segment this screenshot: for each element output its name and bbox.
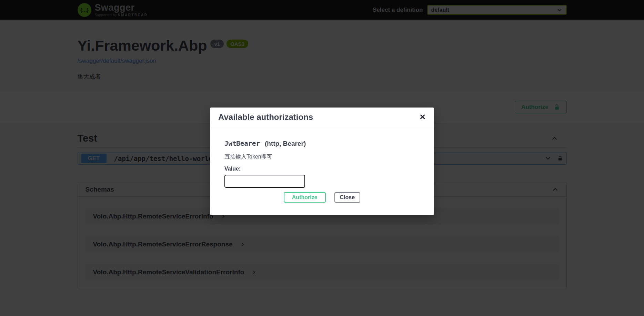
close-icon[interactable]: ✕ <box>420 113 426 121</box>
modal-close-button[interactable]: Close <box>334 192 361 203</box>
modal-header: Available authorizations ✕ <box>210 108 434 127</box>
authorizations-modal: Available authorizations ✕ JwtBearer (ht… <box>210 108 434 215</box>
auth-scheme-name: JwtBearer <box>224 140 260 147</box>
modal-title: Available authorizations <box>218 112 313 122</box>
modal-body: JwtBearer (http, Bearer) 直接输入Token即可 Val… <box>210 127 434 215</box>
token-value-input[interactable] <box>224 175 305 188</box>
auth-description: 直接输入Token即可 <box>224 153 420 161</box>
modal-buttons: Authorize Close <box>224 192 420 203</box>
auth-scheme-type: (http, Bearer) <box>265 140 306 147</box>
auth-scheme-heading: JwtBearer (http, Bearer) <box>224 140 420 147</box>
value-label: Value: <box>224 166 420 172</box>
modal-authorize-button[interactable]: Authorize <box>284 192 326 203</box>
